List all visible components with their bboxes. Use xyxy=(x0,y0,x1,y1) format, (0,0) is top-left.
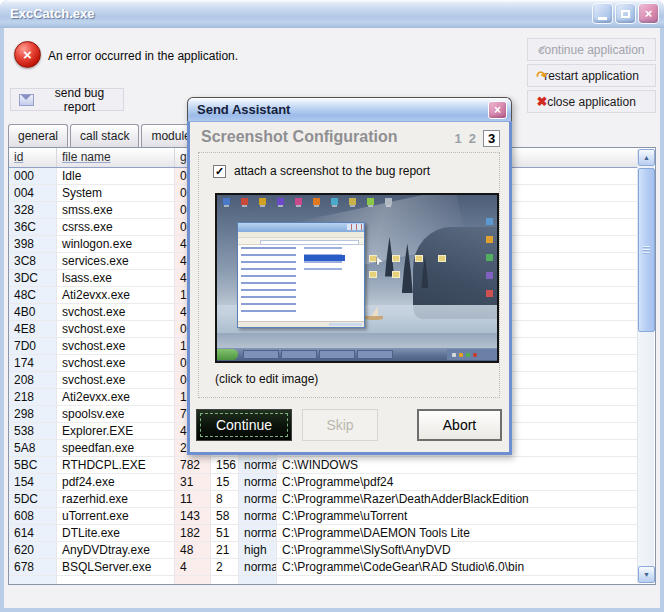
table-row[interactable] xyxy=(9,576,638,584)
table-cell: 2 xyxy=(211,559,239,575)
error-icon: × xyxy=(14,41,41,68)
screenshot-preview[interactable] xyxy=(215,193,499,363)
close-button[interactable]: × xyxy=(638,3,659,24)
table-cell: 15 xyxy=(211,474,239,490)
table-cell: razerhid.exe xyxy=(57,491,175,507)
restart-application-button[interactable]: ↷restart application xyxy=(527,64,656,87)
table-cell: spoolsv.exe xyxy=(57,406,175,422)
dialog-heading: Screenshot Configuration xyxy=(201,128,397,146)
table-row[interactable]: 614DTLite.exe18251normalC:\Programme\DAE… xyxy=(9,525,638,542)
pager-page-3[interactable]: 3 xyxy=(483,130,500,147)
dialog-close-button[interactable]: × xyxy=(488,101,507,119)
table-cell: C:\Programme\pdf24 xyxy=(277,474,638,490)
table-cell: 620 xyxy=(9,542,57,558)
table-cell: RTHDCPL.EXE xyxy=(57,457,175,473)
pager-page-1[interactable]: 1 xyxy=(455,131,462,146)
column-header[interactable]: id xyxy=(9,148,57,167)
send-assistant-dialog: Send Assistant × Screenshot Configuratio… xyxy=(187,97,512,455)
wallpaper-boat-sail xyxy=(371,306,378,316)
table-cell: 154 xyxy=(9,474,57,490)
dialog-close-icon: × xyxy=(494,103,501,117)
window-titlebar[interactable]: ExcCatch.exe × xyxy=(0,0,664,28)
table-cell: 36C xyxy=(9,219,57,235)
minimize-button[interactable] xyxy=(592,3,613,24)
close-application-button[interactable]: ✖close application xyxy=(527,90,656,113)
minimize-icon xyxy=(598,17,607,20)
maximize-button[interactable] xyxy=(615,3,636,24)
table-cell: uTorrent.exe xyxy=(57,508,175,524)
dialog-titlebar[interactable]: Send Assistant × xyxy=(187,97,512,121)
table-cell: normal xyxy=(239,525,277,541)
pager-page-2[interactable]: 2 xyxy=(469,131,476,146)
attach-screenshot-option[interactable]: ✓ attach a screenshot to the bug report xyxy=(213,164,430,178)
table-cell: 4E8 xyxy=(9,321,57,337)
column-header[interactable]: file name xyxy=(57,148,175,167)
table-cell: C:\Programme\DAEMON Tools Lite xyxy=(277,525,638,541)
table-cell xyxy=(211,576,239,584)
table-cell xyxy=(9,576,57,584)
continue-button[interactable]: Continue xyxy=(196,409,292,441)
table-cell: svchost.exe xyxy=(57,338,175,354)
table-cell: 782 xyxy=(175,457,211,473)
explorer-titlebar xyxy=(238,223,365,232)
table-cell: services.exe xyxy=(57,253,175,269)
table-cell: svchost.exe xyxy=(57,355,175,371)
explorer-window-buttons xyxy=(347,224,363,230)
table-cell xyxy=(57,576,175,584)
table-cell: 5A8 xyxy=(9,440,57,456)
table-cell: 58 xyxy=(211,508,239,524)
table-row[interactable]: 678BSQLServer.exe42normalC:\Programme\Co… xyxy=(9,559,638,576)
send-bug-report-button[interactable]: send bug report xyxy=(10,88,124,111)
window-controls: × xyxy=(592,3,659,24)
tab-call-stack[interactable]: call stack xyxy=(70,124,139,147)
continue-application-button[interactable]: ✓continue application xyxy=(527,38,656,61)
client-area: × An error occurred in the application. … xyxy=(4,28,660,608)
tab-general[interactable]: general xyxy=(8,124,68,147)
dialog-body: Screenshot Configuration 123 ✓ attach a … xyxy=(187,121,512,455)
scroll-down-button[interactable]: ▼ xyxy=(638,566,655,583)
scroll-up-icon: ▲ xyxy=(643,154,650,161)
table-cell: BSQLServer.exe xyxy=(57,559,175,575)
attach-screenshot-checkbox[interactable]: ✓ xyxy=(213,165,226,178)
table-cell: csrss.exe xyxy=(57,219,175,235)
table-row[interactable]: 5BCRTHDCPL.EXE782156normalC:\WINDOWS xyxy=(9,457,638,474)
vertical-scrollbar[interactable]: ▲ ▼ xyxy=(637,149,654,583)
table-cell: 51 xyxy=(211,525,239,541)
table-row[interactable]: 5DCrazerhid.exe118normalC:\Programme\Raz… xyxy=(9,491,638,508)
table-cell: C:\Programme\SlySoft\AnyDVD xyxy=(277,542,638,558)
table-cell: speedfan.exe xyxy=(57,440,175,456)
table-cell: 4 xyxy=(175,559,211,575)
desktop-icon-column xyxy=(486,218,493,297)
scroll-up-button[interactable]: ▲ xyxy=(638,149,655,166)
explorer-window xyxy=(237,222,366,328)
table-cell: 48C xyxy=(9,287,57,303)
table-cell: Idle xyxy=(57,168,175,184)
table-cell: C:\WINDOWS xyxy=(277,457,638,473)
error-message: An error occurred in the application. xyxy=(48,49,238,63)
window-title: ExcCatch.exe xyxy=(10,6,95,21)
system-tray xyxy=(447,349,497,360)
table-cell: normal xyxy=(239,508,277,524)
table-cell: C:\Programme\CodeGear\RAD Studio\6.0\bin xyxy=(277,559,638,575)
table-cell: 3DC xyxy=(9,270,57,286)
table-row[interactable]: 154pdf24.exe3115normalC:\Programme\pdf24 xyxy=(9,474,638,491)
table-cell: 182 xyxy=(175,525,211,541)
scrollbar-thumb[interactable] xyxy=(638,168,655,332)
explorer-addressbar xyxy=(238,238,365,245)
red-x-icon: ✖ xyxy=(534,94,550,109)
action-button-label: close application xyxy=(547,95,636,109)
table-cell: Ati2evxx.exe xyxy=(57,389,175,405)
action-button-label: continue application xyxy=(538,43,644,57)
table-cell: svchost.exe xyxy=(57,372,175,388)
table-row[interactable]: 620AnyDVDtray.exe4821highC:\Programme\Sl… xyxy=(9,542,638,559)
checkmark-icon: ✓ xyxy=(534,42,550,57)
table-cell: C:\Programme\Razer\DeathAdderBlackEditio… xyxy=(277,491,638,507)
table-cell xyxy=(175,576,211,584)
table-row[interactable]: 608uTorrent.exe14358normalC:\Programme\u… xyxy=(9,508,638,525)
table-cell: 48 xyxy=(175,542,211,558)
table-cell: winlogon.exe xyxy=(57,236,175,252)
desktop-taskbar xyxy=(217,348,497,361)
table-cell: normal xyxy=(239,491,277,507)
table-cell xyxy=(277,576,638,584)
abort-button[interactable]: Abort xyxy=(417,409,502,441)
